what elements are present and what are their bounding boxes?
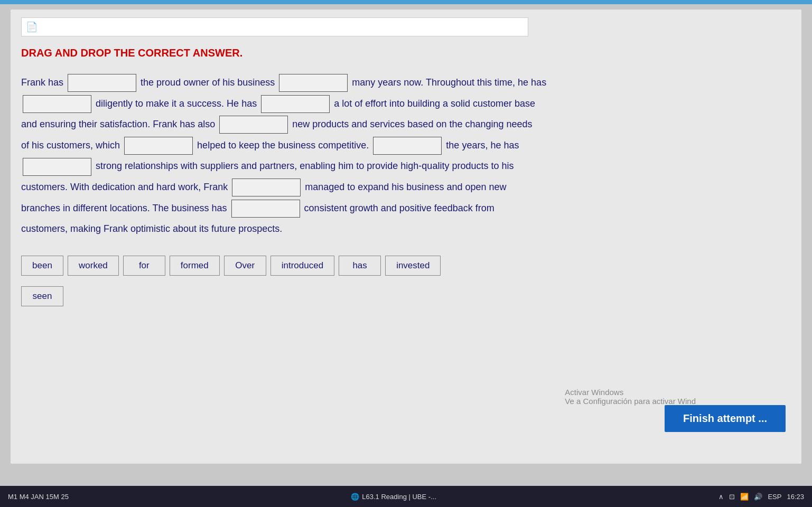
- word-tile-over[interactable]: Over: [224, 256, 266, 276]
- taskbar: M1 M4 JAN 15M 25 🌐 L63.1 Reading | UBE -…: [0, 486, 812, 507]
- word-tile-introduced[interactable]: introduced: [270, 256, 334, 276]
- word-tile-formed[interactable]: formed: [170, 256, 220, 276]
- taskbar-wifi-icon: 📶: [740, 493, 749, 501]
- top-bar: [0, 0, 812, 4]
- passage-strong-relationships: strong relationships with suppliers and …: [96, 161, 514, 171]
- blank-8[interactable]: [23, 158, 91, 176]
- taskbar-center-icon: 🌐: [351, 493, 359, 501]
- word-tile-worked[interactable]: worked: [68, 256, 119, 276]
- passage-diligently: diligently to make it a success. He has: [96, 98, 257, 109]
- taskbar-time: 16:23: [787, 493, 804, 501]
- passage-lot-effort: a lot of effort into building a solid cu…: [334, 98, 535, 109]
- passage-new-products: new products and services based on the c…: [292, 119, 532, 129]
- word-tile-seen[interactable]: seen: [21, 286, 63, 306]
- taskbar-chevron-icon: ∧: [718, 493, 724, 501]
- word-tile-been[interactable]: been: [21, 256, 63, 276]
- blank-5[interactable]: [219, 116, 288, 134]
- taskbar-volume-icon: 🔊: [754, 493, 762, 501]
- activar-windows-text: Activar Windows Ve a Configuración para …: [565, 388, 696, 406]
- passage-consistent: consistent growth and positive feedback …: [304, 203, 494, 213]
- taskbar-window-icon: ⊡: [729, 493, 735, 501]
- passage-customers-optimistic: customers, making Frank optimistic about…: [21, 223, 282, 234]
- main-content: 📄 DRAG AND DROP THE CORRECT ANSWER. Fran…: [11, 10, 801, 464]
- passage-branches: branches in different locations. The bus…: [21, 203, 227, 213]
- passage-customers-which: of his customers, which: [21, 140, 120, 151]
- word-tile-invested[interactable]: invested: [385, 256, 441, 276]
- browser-bar: 📄: [21, 17, 528, 36]
- passage-text: Frank has the proud owner of his busines…: [21, 72, 791, 240]
- blank-4[interactable]: [261, 95, 330, 113]
- word-tile-for[interactable]: for: [123, 256, 165, 276]
- passage-the-years: the years, he has: [446, 140, 519, 151]
- taskbar-center-text: L63.1 Reading | UBE -...: [362, 493, 436, 501]
- passage-ensuring: and ensuring their satisfaction. Frank h…: [21, 119, 215, 129]
- blank-9[interactable]: [232, 179, 301, 196]
- blank-10[interactable]: [231, 200, 300, 218]
- word-tile-has[interactable]: has: [339, 256, 381, 276]
- taskbar-left: M1 M4 JAN 15M 25: [8, 493, 69, 501]
- word-bank-row2: seen: [21, 286, 791, 306]
- browser-icon: 📄: [26, 21, 38, 33]
- finish-attempt-button[interactable]: Finish attempt ...: [665, 405, 786, 432]
- blank-7[interactable]: [373, 137, 442, 155]
- activar-line1: Activar Windows: [565, 388, 696, 397]
- taskbar-lang: ESP: [768, 493, 781, 501]
- passage-many-years: many years now. Throughout this time, he…: [352, 77, 546, 88]
- activar-line2: Ve a Configuración para activar Wind: [565, 397, 696, 406]
- blank-6[interactable]: [124, 137, 193, 155]
- blank-1[interactable]: [68, 74, 136, 92]
- passage-managed: managed to expand his business and open …: [305, 182, 506, 192]
- blank-2[interactable]: [279, 74, 348, 92]
- passage-frank-has: Frank has: [21, 77, 63, 88]
- word-bank: been worked for formed Over introduced h…: [21, 256, 791, 276]
- passage-with-dedication: customers. With dedication and hard work…: [21, 182, 228, 192]
- taskbar-right: ∧ ⊡ 📶 🔊 ESP 16:23: [718, 493, 804, 501]
- passage-helped: helped to keep the business competitive.: [197, 140, 369, 151]
- passage-proud-owner: the proud owner of his business: [141, 77, 275, 88]
- blank-3[interactable]: [23, 95, 91, 113]
- instruction-title: DRAG AND DROP THE CORRECT ANSWER.: [21, 47, 791, 59]
- taskbar-left-text: M1 M4 JAN 15M 25: [8, 493, 69, 501]
- taskbar-center[interactable]: 🌐 L63.1 Reading | UBE -...: [351, 493, 436, 501]
